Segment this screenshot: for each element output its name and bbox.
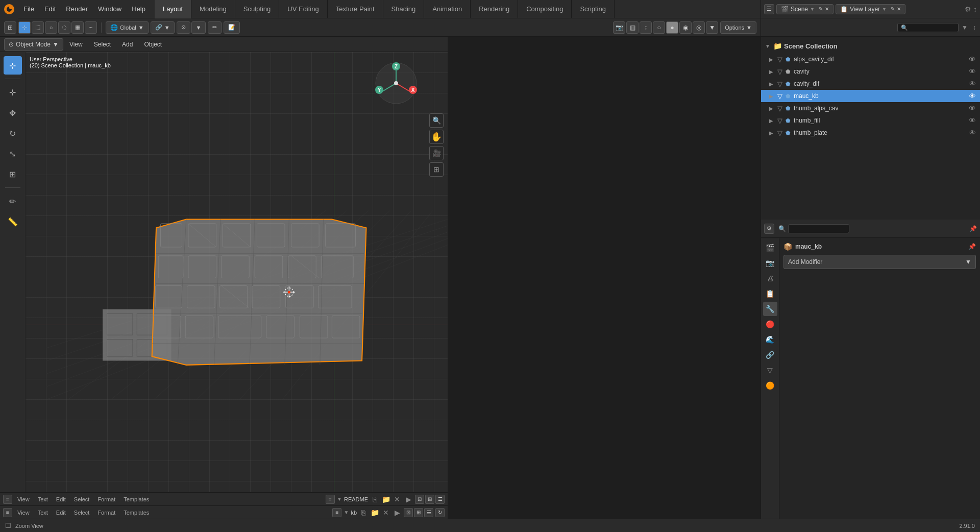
viewport-menu-object[interactable]: Object [139, 37, 167, 52]
options-btn[interactable]: Options ▼ [720, 21, 756, 34]
item-visibility-4[interactable]: 👁 [969, 104, 976, 112]
tool-select[interactable]: ⊹ [4, 56, 22, 75]
scene-collection-row[interactable]: ▼ 📁 Scene Collection [761, 39, 980, 53]
bar1-close-btn[interactable]: ✕ [393, 495, 402, 504]
tool-extra-select[interactable]: ▦ [71, 21, 84, 34]
bar1-menu-format[interactable]: Format [94, 496, 118, 502]
bar2-layout-3[interactable]: ☰ [424, 508, 433, 517]
bar2-layout-1[interactable]: ⊡ [404, 508, 413, 517]
props-pin-btn[interactable]: 📌 [968, 243, 976, 250]
scene-selector[interactable]: 🎬 Scene ▼ ✎ ✕ [776, 4, 834, 14]
bar2-menu-templates[interactable]: Templates [120, 510, 152, 516]
bar1-copy-btn[interactable]: ⎘ [370, 495, 379, 504]
bar2-menu-text[interactable]: Text [35, 510, 51, 516]
outliner-item-cavity-dif[interactable]: ▶ ▽ ⬟ cavity_dif 👁 [761, 78, 980, 90]
tool-cursor[interactable]: ✛ [4, 83, 22, 102]
tool-tweak[interactable]: ~ [85, 21, 97, 34]
item-visibility-2[interactable]: 👁 [969, 80, 976, 88]
bar2-type-icon-2[interactable]: ≡ [332, 508, 341, 517]
vp-camera-icon[interactable]: 🎥 [429, 146, 444, 160]
outliner-search[interactable] [897, 23, 959, 32]
proportional-type-btn[interactable]: ▼ [191, 21, 206, 34]
viewport-menu-select[interactable]: Select [89, 37, 116, 52]
add-modifier-button[interactable]: Add Modifier ▼ [783, 255, 976, 269]
bar1-type-icon-2[interactable]: ≡ [326, 495, 335, 504]
tab-rendering[interactable]: Rendering [471, 0, 518, 18]
viewport-3d[interactable]: User Perspective (20) Scene Collection |… [26, 52, 448, 506]
tool-circle-select[interactable]: ○ [45, 21, 57, 34]
viewport-menu-add[interactable]: Add [117, 37, 138, 52]
bar1-menu-text[interactable]: Text [35, 496, 51, 502]
viewlayer-selector[interactable]: 📋 View Layer ▼ ✎ ✕ [836, 4, 905, 14]
axis-gizmo[interactable]: Z Y X [373, 60, 419, 108]
outliner-item-cavity[interactable]: ▶ ▽ ⬟ cavity 👁 [761, 65, 980, 78]
bar2-play-btn[interactable]: ▶ [393, 508, 402, 517]
menu-render[interactable]: Render [61, 0, 93, 18]
bar2-menu-select[interactable]: Select [71, 510, 93, 516]
outliner-item-mauc-kb[interactable]: ▶ ▽ ⬟ mauc_kb 👁 [761, 90, 980, 102]
outliner-item-thumb-fill[interactable]: ▶ ▽ ⬟ thumb_fill 👁 [761, 114, 980, 127]
item-visibility-1[interactable]: 👁 [969, 67, 976, 76]
bar1-layout-3[interactable]: ☰ [435, 495, 445, 504]
tool-rotate[interactable]: ↻ [4, 124, 22, 142]
item-visibility-3[interactable]: 👁 [969, 92, 976, 100]
tab-scripting[interactable]: Scripting [572, 0, 615, 18]
item-visibility-0[interactable]: 👁 [969, 55, 976, 63]
bar1-layout-1[interactable]: ⊡ [415, 495, 424, 504]
props-icon-render[interactable]: 📷 [763, 256, 777, 270]
item-visibility-6[interactable]: 👁 [969, 129, 976, 137]
outliner-sync-btn[interactable]: ↕ [973, 24, 976, 31]
bar2-menu-format[interactable]: Format [94, 510, 118, 516]
bar1-layout-2[interactable]: ⊞ [425, 495, 434, 504]
menu-edit[interactable]: Edit [39, 0, 61, 18]
viewport-arrow-icon[interactable]: ↕ [640, 21, 652, 34]
menu-help[interactable]: Help [127, 0, 151, 18]
bar1-play-btn[interactable]: ▶ [404, 495, 413, 504]
props-icon-modifier[interactable]: 🔧 [763, 302, 777, 316]
bar2-menu-view[interactable]: View [14, 510, 33, 516]
bar2-folder-btn[interactable]: 📁 [370, 508, 379, 517]
props-icon-constraints[interactable]: 🔗 [763, 348, 777, 362]
props-search[interactable] [788, 224, 849, 233]
tab-uv-editing[interactable]: UV Editing [279, 0, 327, 18]
outliner-type-icon[interactable]: ☰ [764, 4, 774, 14]
vp-ortho-icon[interactable]: ⊞ [429, 162, 444, 177]
outliner-filter-icon[interactable]: ⚙ [965, 5, 971, 13]
outliner-item-thumb-plate[interactable]: ▶ ▽ ⬟ thumb_plate 👁 [761, 127, 980, 139]
bar2-menu-edit[interactable]: Edit [53, 510, 69, 516]
menu-window[interactable]: Window [93, 0, 127, 18]
tab-layout[interactable]: Layout [155, 0, 191, 18]
outliner-sync-icon[interactable]: ↕ [973, 5, 977, 13]
props-pin-icon[interactable]: 📌 [969, 225, 977, 232]
tab-texture-paint[interactable]: Texture Paint [328, 0, 383, 18]
tab-sculpting[interactable]: Sculpting [235, 0, 279, 18]
vp-pan-icon[interactable]: ✋ [429, 130, 444, 144]
tab-animation[interactable]: Animation [424, 0, 471, 18]
bar2-layout-2[interactable]: ⊞ [414, 508, 423, 517]
bar1-menu-templates[interactable]: Templates [120, 496, 152, 502]
props-icon-material[interactable]: 🟠 [763, 378, 777, 393]
annotations-btn[interactable]: 📝 [224, 21, 240, 34]
outliner-item-alps-cavity-dif[interactable]: ▶ ▽ ⬟ alps_cavity_dif 👁 [761, 53, 980, 65]
tab-modeling[interactable]: Modeling [191, 0, 235, 18]
viewport-menu-view[interactable]: View [64, 37, 88, 52]
bar1-menu-select[interactable]: Select [71, 496, 93, 502]
props-icon-scene[interactable]: 🎬 [763, 240, 777, 255]
tab-shading[interactable]: Shading [383, 0, 425, 18]
viewport-shading-render[interactable]: ◎ [693, 21, 705, 34]
props-icon-object-data[interactable]: ▽ [763, 363, 777, 377]
snap-btn[interactable]: 🔗 ▼ [151, 21, 175, 34]
tool-scale[interactable]: ⤡ [4, 144, 22, 163]
tool-transform[interactable]: ⊞ [4, 165, 22, 183]
tool-measure[interactable]: 📏 [4, 212, 22, 231]
props-icon-output[interactable]: 🖨 [763, 271, 777, 285]
outliner-filter-btn[interactable]: ▼ [962, 24, 968, 31]
bar1-menu-edit[interactable]: Edit [53, 496, 69, 502]
props-icon-physics[interactable]: 🌊 [763, 332, 777, 347]
bar2-close-btn[interactable]: ✕ [381, 508, 390, 517]
bar2-type-icon[interactable]: ≡ [3, 508, 12, 517]
select-tool-icon[interactable]: ⊹ [18, 21, 31, 34]
object-mode-dropdown[interactable]: ⊙ Object Mode ▼ [4, 38, 63, 51]
props-icon-particles[interactable]: 🔴 [763, 317, 777, 331]
grease-pencil-btn[interactable]: ✏ [208, 21, 222, 34]
